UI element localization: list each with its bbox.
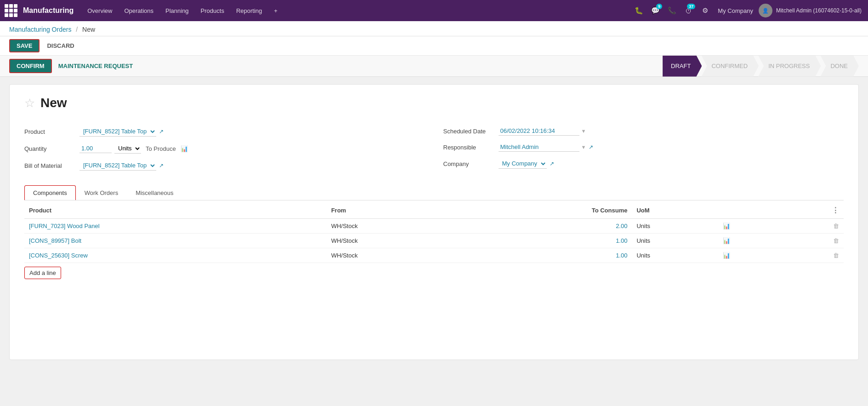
app-grid-icon[interactable]	[5, 4, 17, 17]
row-delete-icon-0[interactable]: 🗑	[781, 219, 844, 234]
tabs-section: Components Work Orders Miscellaneous Pro…	[24, 185, 844, 279]
breadcrumb: Manufacturing Orders / New	[0, 21, 868, 36]
row-product-2[interactable]: [CONS_25630] Screw	[24, 248, 327, 263]
row-delete-icon-1[interactable]: 🗑	[781, 234, 844, 248]
status-step-inprogress[interactable]: IN PROGRESS	[758, 56, 821, 77]
discard-button[interactable]: DISCARD	[43, 40, 78, 51]
breadcrumb-parent[interactable]: Manufacturing Orders	[9, 26, 71, 33]
responsible-external-link-icon[interactable]: ↗	[589, 144, 593, 150]
row-uom-1: Units	[632, 234, 718, 248]
table-row: [CONS_25630] Screw WH/Stock 1.00 Units 📊…	[24, 248, 844, 263]
user-avatar[interactable]: 👤	[759, 4, 772, 17]
status-step-draft[interactable]: DRAFT	[663, 56, 702, 77]
quantity-input[interactable]	[79, 144, 112, 153]
product-external-link-icon[interactable]: ↗	[159, 128, 164, 135]
responsible-label: Responsible	[443, 144, 499, 151]
breadcrumb-current: New	[82, 26, 95, 33]
timer-icon[interactable]: ⏱ 37	[681, 3, 696, 18]
tab-components[interactable]: Components	[24, 185, 76, 200]
product-select[interactable]: [FURN_8522] Table Top	[79, 126, 156, 137]
settings-icon[interactable]: ⚙	[698, 3, 712, 18]
status-bar: CONFIRM MAINTENANCE REQUEST DRAFT CONFIR…	[0, 56, 868, 77]
nav-plus[interactable]: +	[269, 0, 282, 21]
bom-external-link-icon[interactable]: ↗	[159, 162, 164, 169]
tab-work-orders[interactable]: Work Orders	[76, 185, 127, 200]
bom-select[interactable]: [FURN_8522] Table Top	[79, 160, 156, 171]
action-buttons: CONFIRM MAINTENANCE REQUEST	[9, 59, 137, 73]
fields-left: Product [FURN_8522] Table Top ↗ Quantity	[24, 123, 425, 174]
responsible-input[interactable]	[499, 143, 579, 152]
col-header-chart	[718, 202, 781, 219]
company-label[interactable]: My Company	[714, 7, 757, 14]
units-select[interactable]: Units	[114, 143, 141, 154]
col-header-to-consume: To Consume	[462, 202, 632, 219]
responsible-dropdown-icon[interactable]: ▼	[581, 144, 586, 150]
status-step-confirmed[interactable]: CONFIRMED	[701, 56, 759, 77]
col-header-uom: UoM	[632, 202, 718, 219]
row-chart-icon-0[interactable]: 📊	[718, 219, 781, 234]
row-delete-icon-2[interactable]: 🗑	[781, 248, 844, 263]
top-icons: 🐛 💬 9 📞 ⏱ 37 ⚙ My Company 👤 Mitchell Adm…	[631, 3, 863, 18]
tabs-header: Components Work Orders Miscellaneous	[24, 185, 844, 200]
add-line-button[interactable]: Add a line	[24, 267, 61, 279]
row-product-1[interactable]: [CONS_89957] Bolt	[24, 234, 327, 248]
responsible-value: ▼ ↗	[499, 143, 844, 152]
scheduled-date-label: Scheduled Date	[443, 128, 499, 135]
row-chart-icon-2[interactable]: 📊	[718, 248, 781, 263]
quantity-label: Quantity	[24, 145, 79, 152]
chat-icon[interactable]: 💬 9	[648, 3, 663, 18]
scheduled-date-value: ▼	[499, 126, 844, 136]
app-brand-label: Manufacturing	[23, 6, 74, 15]
company-label: Company	[443, 160, 499, 167]
form-fields: Product [FURN_8522] Table Top ↗ Quantity	[24, 123, 844, 174]
main-content: ☆ New Product [FURN_8522] Table Top ↗	[0, 77, 868, 367]
col-header-from: From	[327, 202, 462, 219]
company-value: My Company ↗	[499, 159, 844, 169]
row-uom-2: Units	[632, 248, 718, 263]
scheduled-date-field-row: Scheduled Date ▼	[443, 123, 844, 139]
company-select[interactable]: My Company	[499, 159, 547, 169]
timer-badge: 37	[687, 4, 695, 9]
form-card: ☆ New Product [FURN_8522] Table Top ↗	[9, 84, 859, 360]
table-row: [FURN_7023] Wood Panel WH/Stock 2.00 Uni…	[24, 219, 844, 234]
row-consume-1: 1.00	[462, 234, 632, 248]
form-title-row: ☆ New	[24, 96, 844, 110]
quantity-value: Units To Produce 📊	[79, 143, 425, 154]
row-from-1: WH/Stock	[327, 234, 462, 248]
scheduled-date-dropdown-icon[interactable]: ▼	[581, 128, 586, 134]
row-consume-0: 2.00	[462, 219, 632, 234]
scheduled-date-input[interactable]	[499, 126, 579, 136]
product-field-row: Product [FURN_8522] Table Top ↗	[24, 123, 425, 140]
save-button[interactable]: SAVE	[9, 39, 40, 52]
breadcrumb-separator: /	[76, 26, 78, 33]
company-external-link-icon[interactable]: ↗	[550, 160, 554, 167]
bug-icon[interactable]: 🐛	[631, 3, 646, 18]
phone-icon[interactable]: 📞	[664, 3, 679, 18]
fields-right: Scheduled Date ▼ Responsible ▼ ↗	[443, 123, 844, 174]
nav-overview[interactable]: Overview	[83, 0, 117, 21]
toolbar: SAVE DISCARD	[0, 36, 868, 56]
responsible-field-row: Responsible ▼ ↗	[443, 139, 844, 155]
table-menu-icon[interactable]: ⋮	[832, 206, 839, 215]
forecast-chart-icon[interactable]: 📊	[181, 145, 188, 152]
nav-operations[interactable]: Operations	[119, 0, 158, 21]
status-step-done[interactable]: DONE	[820, 56, 859, 77]
nav-products[interactable]: Products	[196, 0, 229, 21]
user-label[interactable]: Mitchell Admin (16074602-15-0-all)	[774, 7, 863, 14]
to-produce-button[interactable]: To Produce	[144, 145, 178, 152]
maintenance-request-button[interactable]: MAINTENANCE REQUEST	[54, 59, 138, 73]
quantity-field-row: Quantity Units To Produce 📊	[24, 140, 425, 157]
row-product-0[interactable]: [FURN_7023] Wood Panel	[24, 219, 327, 234]
nav-reporting[interactable]: Reporting	[232, 0, 267, 21]
status-steps: DRAFT CONFIRMED IN PROGRESS DONE	[663, 56, 859, 77]
company-field-row: Company My Company ↗	[443, 155, 844, 172]
nav-planning[interactable]: Planning	[161, 0, 193, 21]
row-chart-icon-1[interactable]: 📊	[718, 234, 781, 248]
bom-label: Bill of Material	[24, 162, 79, 169]
confirm-button[interactable]: CONFIRM	[9, 59, 52, 73]
components-table: Product From To Consume UoM ⋮ [FURN_7023…	[24, 202, 844, 263]
row-consume-2: 1.00	[462, 248, 632, 263]
col-header-product: Product	[24, 202, 327, 219]
favorite-star-icon[interactable]: ☆	[24, 96, 35, 110]
tab-miscellaneous[interactable]: Miscellaneous	[127, 185, 182, 200]
